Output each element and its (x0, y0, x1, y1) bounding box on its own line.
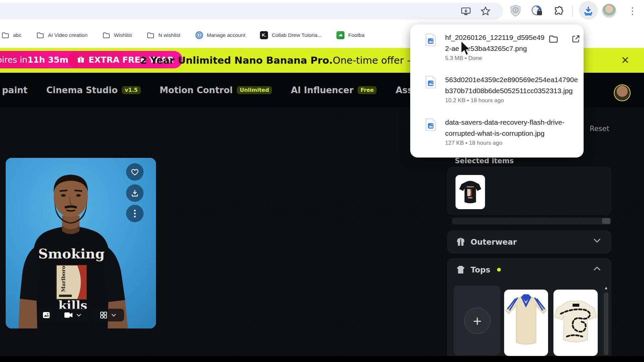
bookmark-football[interactable]: Footba (336, 31, 364, 39)
shield-extension-icon[interactable] (510, 5, 521, 17)
nav-item-paint[interactable]: paint (2, 85, 28, 95)
download-filename-line1: data-savers-data-recovery-flash-drive- (445, 117, 579, 128)
selected-items-title: Selected items (455, 157, 514, 165)
folder-icon (147, 31, 155, 39)
section-outerwear[interactable]: Outerwear (447, 230, 611, 253)
screen-bottom-letterbox (0, 356, 644, 362)
banner-close-icon[interactable]: ✕ (618, 53, 633, 67)
black-tshirt-thumbnail (458, 178, 482, 206)
chevron-down-icon (111, 313, 116, 317)
downloads-icon[interactable] (579, 1, 598, 20)
generated-image-card[interactable]: Smoking Marlboro kills (6, 158, 156, 328)
toolbar-divider (572, 5, 573, 17)
chevron-up-icon (593, 266, 601, 271)
grid-icon (100, 311, 108, 319)
more-dots-icon (134, 209, 136, 218)
app-profile-avatar[interactable] (614, 84, 631, 101)
heart-icon (130, 168, 139, 176)
folder-icon (102, 31, 110, 39)
download-filename-line2: corrupted-what-is-corruption.jpg (445, 128, 579, 139)
download-filename-line2: b370b71d08b6de5052511cc0352313.jpg (445, 85, 579, 96)
scrollbar-piece[interactable] (602, 218, 610, 224)
mouse-cursor (460, 40, 472, 58)
folder-icon (548, 34, 558, 44)
gift-icon (77, 56, 85, 63)
download-image-button[interactable] (126, 184, 144, 202)
image-file-icon (425, 75, 436, 89)
nav-item-motion-control[interactable]: Motion Control Unlimited (160, 85, 272, 95)
download-icon (130, 189, 139, 197)
section-tops-header[interactable]: Tops (447, 258, 611, 281)
image-file-icon (425, 118, 436, 131)
downloads-popup: hf_20260126_122119_d595e49 2-aee53ba4326… (410, 24, 584, 158)
bookmark-collab-drew[interactable]: K. Collab Drew Tutoria... (260, 31, 322, 39)
image-icon (42, 311, 50, 319)
open-file-button[interactable] (570, 33, 582, 45)
shirt-cigarette-box: Marlboro (56, 265, 87, 299)
bookmark-ai-video-creation[interactable]: AI Video creation (36, 31, 88, 39)
polo-shirt-image (504, 290, 548, 356)
bookmark-abc[interactable]: abc (1, 31, 21, 39)
bookmark-n-wishlist[interactable]: N wishlist (147, 31, 180, 39)
nav-item-cinema-studio[interactable]: Cinema Studio v1.5 (46, 85, 141, 95)
image-file-icon (425, 33, 436, 47)
sidebar-scrollbar-thumb[interactable] (604, 292, 608, 355)
garment-thumbnail-pattern-tee[interactable] (553, 290, 598, 356)
reset-button[interactable]: Reset (590, 125, 609, 133)
password-manager-icon[interactable] (531, 4, 543, 17)
green-site-icon (336, 31, 344, 39)
video-icon (64, 311, 73, 319)
download-meta: 127 KB • 18 hours ago (445, 139, 579, 147)
video-mode-button[interactable] (57, 309, 89, 321)
bookmark-star-icon[interactable] (480, 6, 491, 16)
tshirt-icon (456, 265, 465, 274)
show-in-folder-button[interactable] (548, 33, 559, 45)
bookmark-manage-account[interactable]: Manage account (195, 31, 246, 39)
add-garment-tile[interactable]: + (454, 286, 500, 355)
k-square-icon: K. (260, 31, 268, 39)
nav-item-ai-influencer[interactable]: AI Influencer Free (291, 85, 377, 95)
garment-thumbnail-polo[interactable] (504, 290, 548, 356)
screen: ⋮ abc AI Video creation Wishlist N wishl… (0, 0, 644, 362)
folder-icon (1, 31, 9, 39)
browser-menu-icon[interactable]: ⋮ (628, 4, 637, 18)
chevron-down-icon (593, 238, 601, 243)
scroll-up-icon[interactable]: ▲ (603, 285, 609, 291)
jacket-icon (456, 237, 465, 246)
image-mode-button[interactable] (39, 309, 54, 321)
section-tops: Tops + (447, 258, 611, 362)
more-options-button[interactable] (126, 205, 144, 222)
browser-toolbar: ⋮ (0, 0, 644, 22)
selected-item-thumbnail[interactable] (455, 175, 485, 209)
onepassword-icon (195, 31, 203, 39)
chevron-down-icon (76, 313, 82, 317)
extensions-puzzle-icon[interactable] (553, 6, 563, 16)
man-portrait-image: Smoking Marlboro kills (6, 158, 156, 328)
folder-icon (36, 31, 44, 39)
save-page-icon[interactable] (461, 6, 471, 16)
active-filter-dot (497, 268, 501, 272)
address-bar[interactable] (0, 3, 503, 19)
unlimited-badge: Unlimited (237, 86, 272, 94)
shirt-text-smoking: Smoking (38, 246, 105, 261)
version-badge: v1.5 (122, 86, 141, 94)
collapsed-section-peek[interactable] (452, 218, 611, 225)
selected-items-panel (447, 167, 611, 215)
favorite-button[interactable] (126, 163, 144, 181)
shirt-box-brand-text: Marlboro (60, 266, 66, 292)
bookmark-wishlist[interactable]: Wishlist (102, 31, 132, 39)
open-in-new-icon (571, 34, 581, 44)
download-meta: 10.2 KB • 18 hours ago (445, 96, 579, 105)
layout-mode-button[interactable] (92, 309, 124, 321)
plus-icon[interactable]: + (464, 308, 490, 334)
pattern-tshirt-image (553, 290, 598, 356)
browser-profile-avatar[interactable] (602, 4, 616, 18)
download-filename-line1: 563d0201e4359c2e890569e254ea14790e (445, 74, 579, 85)
free-badge: Free (358, 86, 377, 94)
